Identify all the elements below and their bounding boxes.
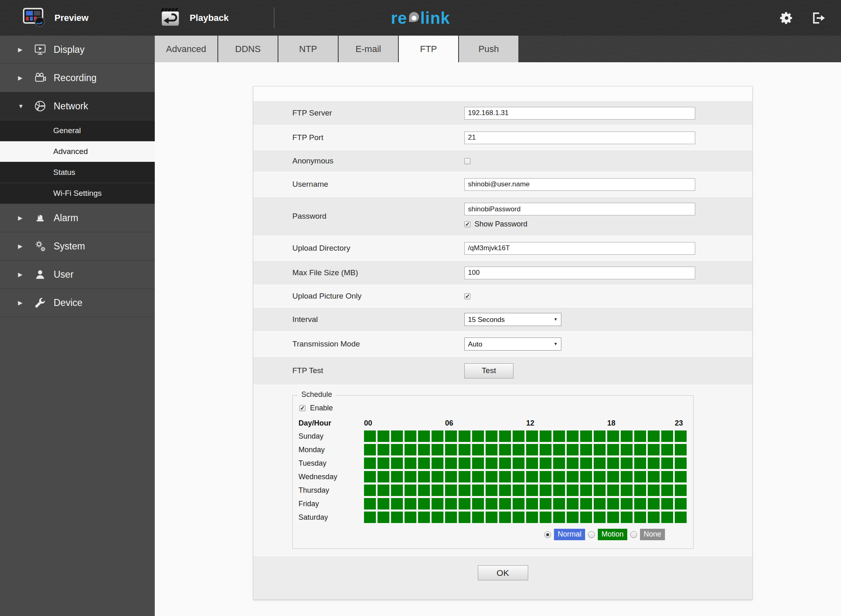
schedule-cell[interactable]: [648, 430, 660, 442]
schedule-cell[interactable]: [418, 444, 430, 455]
schedule-cell[interactable]: [486, 485, 497, 496]
schedule-cell[interactable]: [661, 498, 673, 510]
schedule-cell[interactable]: [580, 498, 592, 510]
schedule-cell[interactable]: [621, 498, 633, 510]
schedule-cell[interactable]: [675, 512, 687, 523]
schedule-cell[interactable]: [378, 444, 389, 455]
schedule-cell[interactable]: [513, 444, 524, 455]
schedule-cell[interactable]: [675, 471, 687, 482]
schedule-cell[interactable]: [391, 444, 403, 455]
transmission-mode-select[interactable]: Auto: [464, 337, 561, 351]
max-file-size-input[interactable]: [464, 267, 695, 279]
sidebar-item-device[interactable]: ▶ Device: [0, 289, 155, 317]
schedule-cell[interactable]: [445, 512, 457, 523]
schedule-cell[interactable]: [634, 498, 646, 510]
schedule-cell[interactable]: [634, 457, 646, 469]
schedule-cell[interactable]: [553, 444, 565, 455]
nav-playback[interactable]: Playback: [160, 7, 228, 29]
schedule-cell[interactable]: [432, 457, 443, 469]
schedule-cell[interactable]: [553, 512, 565, 523]
schedule-cell[interactable]: [594, 444, 606, 455]
schedule-cell[interactable]: [459, 485, 470, 496]
schedule-cell[interactable]: [621, 485, 633, 496]
schedule-cell[interactable]: [513, 512, 524, 523]
schedule-cell[interactable]: [432, 485, 443, 496]
schedule-cell[interactable]: [418, 512, 430, 523]
schedule-cell[interactable]: [580, 444, 592, 455]
username-input[interactable]: [464, 178, 695, 191]
sidebar-item-recording[interactable]: ▶ Recording: [0, 64, 155, 92]
schedule-cell[interactable]: [405, 498, 416, 510]
schedule-cell[interactable]: [607, 430, 619, 442]
schedule-cell[interactable]: [648, 457, 660, 469]
schedule-cell[interactable]: [648, 471, 660, 482]
schedule-cell[interactable]: [405, 471, 416, 482]
password-input[interactable]: [464, 203, 695, 215]
schedule-cell[interactable]: [540, 512, 552, 523]
schedule-cell[interactable]: [526, 498, 538, 510]
schedule-cell[interactable]: [513, 430, 524, 442]
schedule-cell[interactable]: [675, 498, 687, 510]
schedule-cell[interactable]: [432, 498, 443, 510]
schedule-cell[interactable]: [432, 512, 443, 523]
schedule-cell[interactable]: [661, 471, 673, 482]
schedule-cell[interactable]: [661, 430, 673, 442]
schedule-cell[interactable]: [486, 512, 497, 523]
schedule-cell[interactable]: [553, 430, 565, 442]
schedule-cell[interactable]: [445, 430, 457, 442]
tab-ntp[interactable]: NTP: [278, 36, 338, 62]
schedule-cell[interactable]: [459, 471, 470, 482]
logout-icon[interactable]: [811, 11, 825, 25]
schedule-cell[interactable]: [648, 498, 660, 510]
tab-push[interactable]: Push: [459, 36, 518, 62]
schedule-cell[interactable]: [634, 444, 646, 455]
schedule-cell[interactable]: [378, 512, 389, 523]
schedule-cell[interactable]: [594, 430, 606, 442]
schedule-cell[interactable]: [540, 485, 552, 496]
ftp-test-button[interactable]: Test: [464, 363, 513, 378]
schedule-cell[interactable]: [486, 498, 497, 510]
schedule-cell[interactable]: [661, 485, 673, 496]
nav-preview[interactable]: Preview: [23, 7, 88, 29]
schedule-cell[interactable]: [364, 444, 376, 455]
schedule-cell[interactable]: [540, 457, 552, 469]
schedule-cell[interactable]: [472, 512, 484, 523]
schedule-cell[interactable]: [486, 471, 497, 482]
schedule-cell[interactable]: [445, 498, 457, 510]
mode-radio-none[interactable]: [630, 531, 637, 538]
schedule-cell[interactable]: [594, 512, 606, 523]
mode-option-motion[interactable]: Motion: [588, 529, 627, 540]
schedule-cell[interactable]: [675, 457, 687, 469]
schedule-cell[interactable]: [675, 430, 687, 442]
schedule-cell[interactable]: [418, 485, 430, 496]
schedule-cell[interactable]: [472, 457, 484, 469]
show-password-checkbox[interactable]: [464, 221, 470, 227]
ftp-port-input[interactable]: [464, 131, 695, 144]
schedule-cell[interactable]: [378, 457, 389, 469]
schedule-cell[interactable]: [526, 512, 538, 523]
schedule-cell[interactable]: [621, 430, 633, 442]
schedule-cell[interactable]: [621, 512, 633, 523]
schedule-cell[interactable]: [459, 444, 470, 455]
schedule-cell[interactable]: [553, 471, 565, 482]
schedule-cell[interactable]: [607, 444, 619, 455]
schedule-cell[interactable]: [661, 512, 673, 523]
schedule-cell[interactable]: [553, 498, 565, 510]
schedule-cell[interactable]: [621, 471, 633, 482]
schedule-cell[interactable]: [378, 471, 389, 482]
mode-radio-normal[interactable]: [544, 531, 551, 538]
schedule-cell[interactable]: [661, 444, 673, 455]
tab-email[interactable]: E-mail: [339, 36, 398, 62]
tab-ddns[interactable]: DDNS: [218, 36, 278, 62]
tab-ftp[interactable]: FTP: [399, 36, 458, 62]
schedule-enable-checkbox[interactable]: [299, 405, 305, 411]
schedule-cell[interactable]: [418, 498, 430, 510]
schedule-cell[interactable]: [675, 485, 687, 496]
schedule-cell[interactable]: [405, 457, 416, 469]
sidebar-subitem-wifi-settings[interactable]: Wi-Fi Settings: [0, 183, 155, 204]
schedule-cell[interactable]: [607, 498, 619, 510]
schedule-cell[interactable]: [540, 471, 552, 482]
upload-directory-input[interactable]: [464, 242, 695, 255]
schedule-cell[interactable]: [445, 485, 457, 496]
schedule-cell[interactable]: [364, 512, 376, 523]
